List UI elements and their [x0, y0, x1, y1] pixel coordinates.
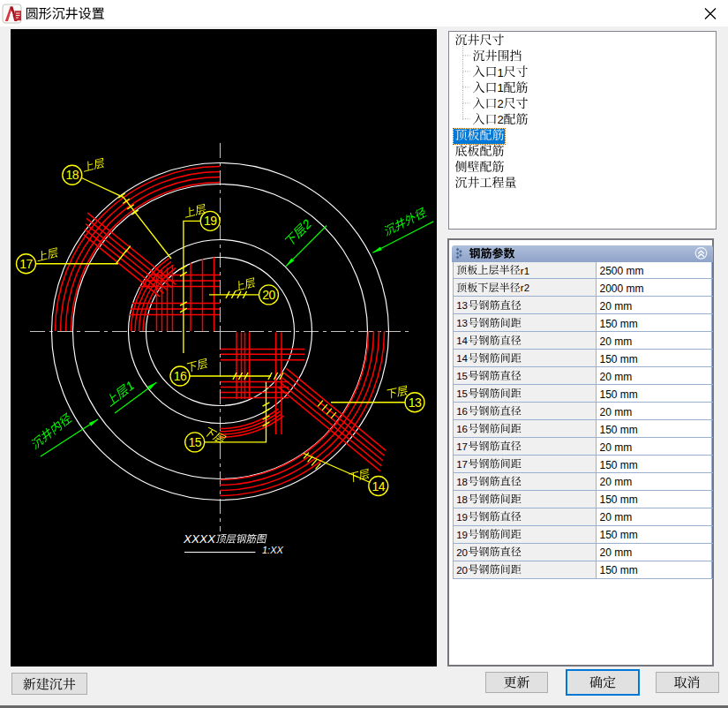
svg-text:2: 2	[498, 97, 504, 110]
svg-text:14: 14	[456, 353, 468, 364]
svg-text:20 mm: 20 mm	[600, 371, 633, 383]
svg-text:150 mm: 150 mm	[600, 564, 638, 576]
svg-text:2000 mm: 2000 mm	[600, 282, 644, 295]
svg-text:16: 16	[456, 424, 468, 434]
svg-text:20 mm: 20 mm	[600, 476, 633, 488]
svg-text:13: 13	[456, 300, 468, 311]
svg-text:17: 17	[456, 459, 468, 470]
svg-text:20 mm: 20 mm	[600, 406, 633, 418]
svg-text:19: 19	[456, 530, 468, 540]
svg-text:20 mm: 20 mm	[600, 300, 633, 313]
svg-text:20 mm: 20 mm	[600, 511, 633, 523]
svg-text:18: 18	[456, 477, 468, 487]
svg-text:20 mm: 20 mm	[600, 441, 633, 454]
svg-text:150 mm: 150 mm	[600, 424, 638, 436]
svg-text:150 mm: 150 mm	[600, 353, 638, 365]
svg-text:20: 20	[456, 565, 468, 576]
svg-text:17: 17	[456, 441, 468, 452]
svg-text:15: 15	[456, 371, 468, 381]
svg-text:r2: r2	[521, 282, 529, 293]
svg-text:150 mm: 150 mm	[600, 388, 638, 401]
svg-text:1: 1	[498, 66, 504, 79]
svg-text:20 mm: 20 mm	[600, 335, 633, 348]
svg-text:150 mm: 150 mm	[600, 459, 638, 471]
svg-text:16: 16	[456, 406, 468, 417]
svg-text:20 mm: 20 mm	[600, 546, 633, 559]
svg-text:13: 13	[456, 318, 468, 328]
svg-text:2500 mm: 2500 mm	[600, 265, 644, 277]
svg-text:150 mm: 150 mm	[600, 493, 638, 506]
svg-text:1: 1	[498, 81, 504, 94]
svg-text:150 mm: 150 mm	[600, 529, 638, 541]
svg-text:14: 14	[456, 335, 468, 346]
svg-text:19: 19	[456, 512, 468, 523]
svg-text:20: 20	[456, 547, 468, 558]
svg-text:18: 18	[456, 494, 468, 505]
svg-text:r1: r1	[521, 266, 529, 276]
svg-text:2: 2	[498, 113, 504, 126]
svg-text:15: 15	[456, 388, 468, 399]
svg-text:150 mm: 150 mm	[600, 318, 638, 330]
